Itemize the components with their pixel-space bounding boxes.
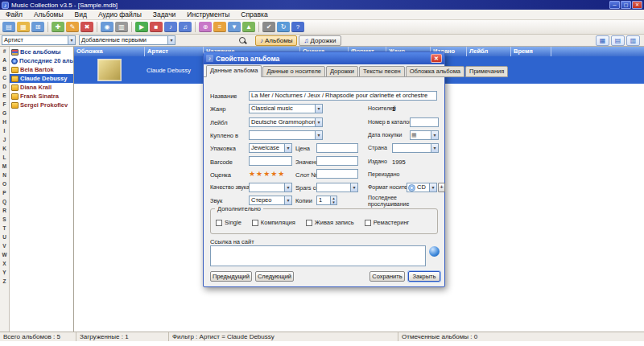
checkbox-box[interactable] xyxy=(365,220,371,226)
save-button[interactable]: Сохранить xyxy=(369,271,405,282)
maximize-button[interactable]: ▢ xyxy=(621,1,631,9)
menu-item-1[interactable]: Альбомы xyxy=(28,10,69,19)
delete-album-icon[interactable]: ✖ xyxy=(80,22,93,32)
dialog-tab-1[interactable]: Данные о носителе xyxy=(262,66,325,77)
alphabet-V[interactable]: V xyxy=(0,241,9,250)
sidebar-item-2[interactable]: Bela Bartok xyxy=(10,65,73,74)
reports-icon[interactable]: ▼ xyxy=(228,22,241,32)
sidebar-item-4[interactable]: Diana Krall xyxy=(10,83,73,92)
open-collection-icon[interactable]: ▦ xyxy=(17,22,30,32)
checkbox-3[interactable]: Ремастеринг xyxy=(365,219,410,226)
spinner-arrows-icon[interactable]: ▴▾ xyxy=(330,196,336,204)
title-input[interactable]: La Mer / Nocturnes / Jeux / Rhapsodie po… xyxy=(249,91,437,101)
checkbox-box[interactable] xyxy=(252,220,258,226)
copies-spinner[interactable]: 1 ▴▾ xyxy=(316,196,337,205)
audio-files-icon[interactable]: ♪ xyxy=(164,22,177,32)
alphabet-C[interactable]: C xyxy=(0,73,9,82)
menu-item-4[interactable]: Задачи xyxy=(147,10,182,19)
menu-item-2[interactable]: Вид xyxy=(69,10,93,19)
label-select[interactable]: Deutsche Grammophon ▾ xyxy=(249,117,323,127)
search-albums-icon[interactable]: ◉ xyxy=(101,22,114,32)
checkbox-box[interactable] xyxy=(306,220,312,226)
column-header-0[interactable]: Обложка xyxy=(74,47,145,56)
column-header-7[interactable]: Лейбл xyxy=(467,47,511,56)
catalog-number-input[interactable] xyxy=(410,117,439,127)
alphabet-O[interactable]: O xyxy=(0,179,9,188)
add-format-button[interactable]: + xyxy=(438,183,445,192)
close-dialog-button[interactable]: Закрыть xyxy=(408,271,440,282)
dialog-tab-5[interactable]: Примечания xyxy=(465,66,508,77)
alphabet-D[interactable]: D xyxy=(0,82,9,91)
website-input[interactable] xyxy=(210,245,426,266)
filter-field-select[interactable]: Артист ▾ xyxy=(2,35,76,45)
sidebar-item-1[interactable]: Последние 20 альб... xyxy=(10,56,73,65)
alphabet-L[interactable]: L xyxy=(0,153,9,162)
dialog-tab-4[interactable]: Обложка альбома xyxy=(406,66,464,77)
checkbox-2[interactable]: Живая запись xyxy=(306,219,354,226)
spars-code-select[interactable]: ▾ xyxy=(316,183,358,192)
export-icon[interactable]: ▲ xyxy=(242,22,255,32)
alphabet-K[interactable]: K xyxy=(0,144,9,153)
checkbox-1[interactable]: Компиляция xyxy=(252,219,295,226)
menu-item-5[interactable]: Инструменты xyxy=(181,10,235,19)
alphabet-F[interactable]: F xyxy=(0,100,9,109)
dialog-tab-3[interactable]: Тексты песен xyxy=(359,66,405,77)
alphabet-#[interactable]: # xyxy=(0,47,9,56)
alphabet-H[interactable]: H xyxy=(0,117,9,126)
alphabet-X[interactable]: X xyxy=(0,259,9,268)
close-button[interactable]: ✕ xyxy=(632,1,642,9)
alphabet-G[interactable]: G xyxy=(0,109,9,117)
next-button[interactable]: Следующий xyxy=(255,271,294,282)
menu-item-6[interactable]: Справка xyxy=(235,10,273,19)
sidebar-item-0[interactable]: Все альбомы xyxy=(10,47,73,56)
sidebar-item-6[interactable]: Sergei Prokofiev xyxy=(10,101,73,109)
albums-toggle-button[interactable]: ♪ Альбомы xyxy=(255,35,297,46)
sort-order-select[interactable]: Добавленные первыми ▾ xyxy=(79,35,175,45)
barcode-value-input[interactable] xyxy=(316,156,358,166)
alphabet-M[interactable]: M xyxy=(0,162,9,171)
save-collection-icon[interactable]: ⊞ xyxy=(31,22,44,32)
alphabet-S[interactable]: S xyxy=(0,215,9,224)
dialog-tab-2[interactable]: Дорожки xyxy=(326,66,358,77)
new-collection-icon[interactable]: ▤ xyxy=(2,22,15,32)
alphabet-Z[interactable]: Z xyxy=(0,277,9,286)
update-icon[interactable]: ↻ xyxy=(277,22,290,32)
alphabet-T[interactable]: T xyxy=(0,224,9,233)
play-icon[interactable]: ▶ xyxy=(135,22,148,32)
help-icon[interactable]: ? xyxy=(291,22,304,32)
playlist-icon[interactable]: ♫ xyxy=(179,22,192,32)
alphabet-N[interactable]: N xyxy=(0,171,9,179)
print-icon[interactable]: ▥ xyxy=(115,22,128,32)
alphabet-W[interactable]: W xyxy=(0,250,9,259)
alphabet-I[interactable]: I xyxy=(0,126,9,135)
packaging-select[interactable]: Jewelcase ▾ xyxy=(249,143,292,153)
view-details-button[interactable]: ▥ xyxy=(626,35,640,46)
checkbox-0[interactable]: Single xyxy=(216,219,242,226)
alphabet-B[interactable]: B xyxy=(0,64,9,73)
globe-icon[interactable] xyxy=(429,246,440,257)
barcode-input[interactable] xyxy=(249,156,292,166)
alphabet-J[interactable]: J xyxy=(0,135,9,144)
sidebar-item-3[interactable]: Claude Debussy xyxy=(10,74,73,83)
add-album-icon[interactable]: ✚ xyxy=(52,22,64,32)
alphabet-Q[interactable]: Q xyxy=(0,197,9,206)
column-header-1[interactable]: Артист xyxy=(145,47,204,56)
view-thumbnails-button[interactable]: ▦ xyxy=(596,35,609,46)
tracks-toggle-button[interactable]: ♫ Дорожки xyxy=(299,35,341,46)
statistics-icon[interactable]: ≡ xyxy=(213,22,226,32)
loans-icon[interactable]: ⊕ xyxy=(199,22,212,32)
search-icon[interactable] xyxy=(238,36,247,45)
country-select[interactable]: ▾ xyxy=(392,143,439,153)
alphabet-R[interactable]: R xyxy=(0,206,9,215)
alphabet-U[interactable]: U xyxy=(0,233,9,241)
previous-button[interactable]: Предыдущий xyxy=(210,271,252,282)
sound-select[interactable]: Стерео ▾ xyxy=(249,196,292,205)
genre-select[interactable]: Classical music ▾ xyxy=(249,104,323,113)
slot-input[interactable] xyxy=(316,169,358,179)
price-input[interactable] xyxy=(316,143,358,153)
alphabet-P[interactable]: P xyxy=(0,188,9,197)
sidebar-item-5[interactable]: Frank Sinatra xyxy=(10,92,73,101)
column-header-8[interactable]: Время xyxy=(511,47,551,56)
dialog-tab-0[interactable]: Данные альбома xyxy=(206,65,262,77)
purchased-at-select[interactable]: ▾ xyxy=(249,130,323,140)
